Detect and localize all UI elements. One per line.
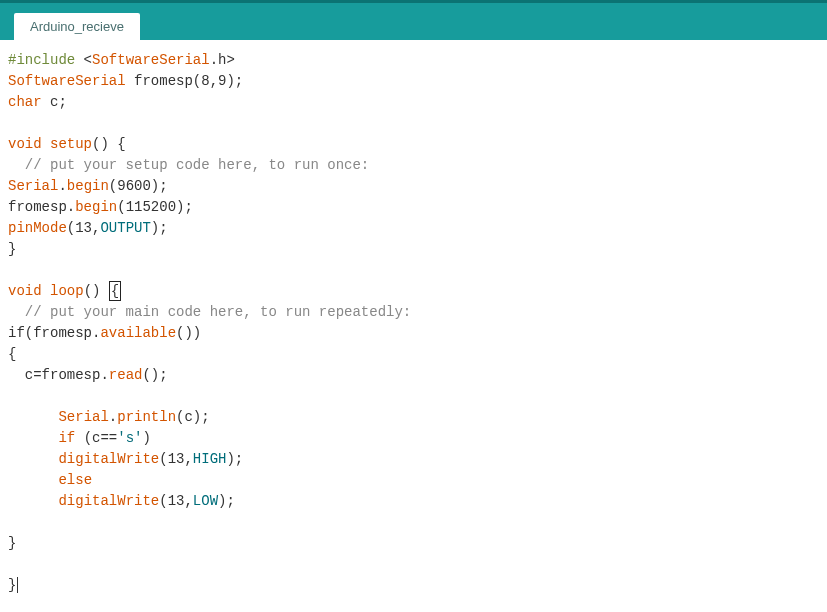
cursor-highlight-brace: { <box>109 281 121 301</box>
func-digitalwrite-2: digitalWrite <box>58 493 159 509</box>
dot-2: . <box>109 409 117 425</box>
method-read: read <box>109 367 143 383</box>
begin-9600: (9600); <box>109 178 168 194</box>
preproc-include: #include <box>8 52 75 68</box>
setup-parens: () { <box>92 136 126 152</box>
read-close: (); <box>142 367 167 383</box>
obj-serial-2: Serial <box>58 409 108 425</box>
type-softwareserial: SoftwareSerial <box>8 73 126 89</box>
const-high: HIGH <box>193 451 227 467</box>
tab-bar: Arduino_recieve <box>0 0 827 40</box>
method-begin-1: begin <box>67 178 109 194</box>
method-println: println <box>117 409 176 425</box>
var-c-decl: c; <box>42 94 67 110</box>
obj-serial-1: Serial <box>8 178 58 194</box>
code-editor[interactable]: #include <SoftwareSerial.h> SoftwareSeri… <box>0 40 827 606</box>
fromesp-decl: fromesp(8,9); <box>126 73 244 89</box>
setup-comment: // put your setup code here, to run once… <box>8 157 369 173</box>
method-available: available <box>100 325 176 341</box>
setup-close-brace: } <box>8 241 16 257</box>
loop-parens: () <box>84 283 109 299</box>
text-cursor-icon <box>17 577 18 593</box>
const-output: OUTPUT <box>100 220 150 236</box>
avail-close: ()) <box>176 325 201 341</box>
str-s: 's' <box>117 430 142 446</box>
loop-close-brace: } <box>8 577 16 593</box>
kw-if-2: if <box>58 430 75 446</box>
kw-else: else <box>58 472 92 488</box>
if-open: (fromesp. <box>25 325 101 341</box>
indent-3 <box>8 451 58 467</box>
func-digitalwrite-1: digitalWrite <box>58 451 159 467</box>
tab-arduino-recieve[interactable]: Arduino_recieve <box>14 13 140 40</box>
dot-h: .h <box>210 52 227 68</box>
c-assign: c=fromesp. <box>8 367 109 383</box>
indent-1 <box>8 409 58 425</box>
const-low: LOW <box>193 493 218 509</box>
close-2: ); <box>226 451 243 467</box>
if-open-brace: { <box>8 346 16 362</box>
if-close-brace: } <box>8 535 16 551</box>
angle-close: > <box>226 52 234 68</box>
close-3: ); <box>218 493 235 509</box>
include-lib: SoftwareSerial <box>92 52 210 68</box>
indent-2 <box>8 430 58 446</box>
indent-4 <box>8 472 58 488</box>
func-loop: loop <box>50 283 84 299</box>
println-c: (c); <box>176 409 210 425</box>
dw-13-2: (13, <box>159 493 193 509</box>
kw-if-1: if <box>8 325 25 341</box>
angle-open: < <box>75 52 92 68</box>
func-pinmode: pinMode <box>8 220 67 236</box>
fromesp-obj-1: fromesp. <box>8 199 75 215</box>
dw-13-1: (13, <box>159 451 193 467</box>
if-close: ) <box>142 430 150 446</box>
indent-5 <box>8 493 58 509</box>
pinmode-13: (13, <box>67 220 101 236</box>
loop-comment: // put your main code here, to run repea… <box>8 304 411 320</box>
close-1: ); <box>151 220 168 236</box>
type-char: char <box>8 94 42 110</box>
func-setup: setup <box>50 136 92 152</box>
if-c-eq: (c== <box>75 430 117 446</box>
method-begin-2: begin <box>75 199 117 215</box>
kw-void-2: void <box>8 283 42 299</box>
dot-1: . <box>58 178 66 194</box>
begin-115200: (115200); <box>117 199 193 215</box>
kw-void-1: void <box>8 136 42 152</box>
